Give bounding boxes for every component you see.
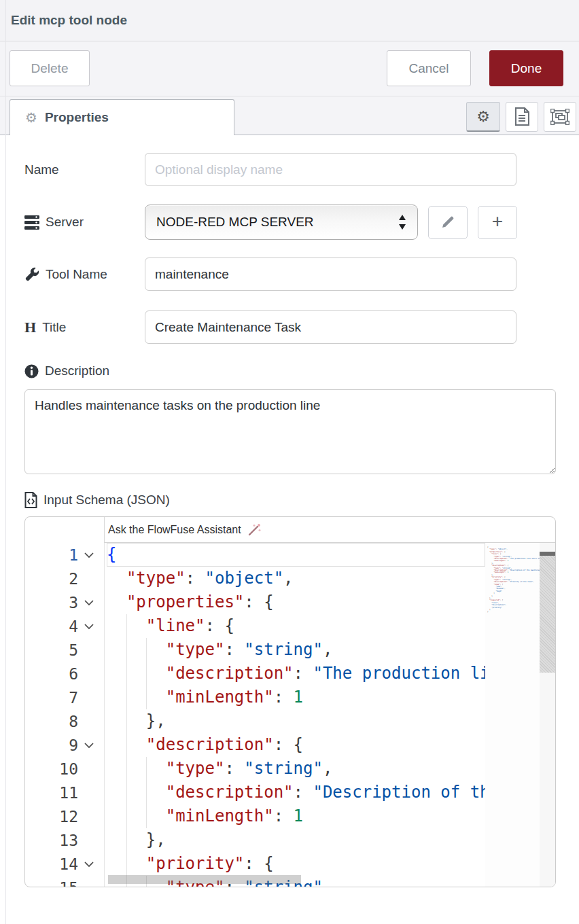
gutter-line: 1 bbox=[25, 543, 104, 567]
code-line[interactable]: "description": "The production line wher… bbox=[107, 662, 485, 686]
editor-vertical-scrollbar[interactable] bbox=[540, 543, 556, 887]
fold-toggle-icon[interactable] bbox=[84, 861, 94, 868]
server-select-value: NODE-RED MCP SERVER bbox=[156, 215, 398, 230]
server-row: Server NODE-RED MCP SERVER + bbox=[0, 205, 579, 240]
appearance-view-button[interactable] bbox=[544, 102, 576, 132]
tray-left-border bbox=[5, 0, 6, 924]
title-label-group: H Title bbox=[24, 319, 145, 336]
done-button[interactable]: Done bbox=[489, 50, 563, 86]
gutter-line: 4 bbox=[25, 614, 104, 638]
tool-name-row: Tool Name bbox=[0, 257, 579, 291]
gutter-border bbox=[104, 543, 105, 887]
tool-name-label-group: Tool Name bbox=[24, 267, 145, 282]
editor-tab-bar: ⚙ Properties ⚙ bbox=[0, 96, 579, 135]
properties-view-button[interactable]: ⚙ bbox=[466, 102, 500, 132]
gear-icon: ⚙ bbox=[25, 111, 37, 124]
code-line[interactable]: "type": "string", bbox=[107, 638, 485, 662]
gutter-line: 8 bbox=[25, 709, 104, 733]
description-label: Description bbox=[45, 363, 109, 378]
editor-minimap[interactable]: { "type": "object", "properties": { "lin… bbox=[485, 543, 540, 887]
document-icon bbox=[514, 107, 530, 126]
assistant-label: Ask the FlowFuse Assistant bbox=[108, 524, 241, 536]
cancel-button[interactable]: Cancel bbox=[387, 50, 471, 86]
code-line[interactable]: "properties": { bbox=[107, 590, 485, 614]
properties-form: Name Server NODE-RED MCP SERVER bbox=[0, 153, 579, 887]
gutter-line: 9 bbox=[25, 733, 104, 757]
gutter-line: 14 bbox=[25, 852, 104, 876]
input-schema-label-group: Input Schema (JSON) bbox=[0, 492, 579, 508]
code-line[interactable]: "line": { bbox=[107, 614, 485, 638]
assistant-button[interactable]: Ask the FlowFuse Assistant bbox=[104, 517, 555, 543]
editor-header-gutter bbox=[25, 517, 104, 543]
add-server-button[interactable]: + bbox=[478, 206, 517, 239]
code-line[interactable]: "minLength": 1 bbox=[107, 804, 485, 828]
fold-toggle-icon[interactable] bbox=[84, 599, 94, 606]
description-label-group: Description bbox=[0, 363, 579, 379]
gutter-line: 12 bbox=[25, 804, 104, 828]
fold-toggle-icon[interactable] bbox=[84, 552, 94, 558]
code-line[interactable]: "minLength": 1 bbox=[107, 686, 485, 709]
appearance-icon bbox=[550, 109, 569, 125]
title-label: Title bbox=[42, 320, 66, 335]
editor-header: Ask the FlowFuse Assistant bbox=[25, 517, 555, 543]
gutter-line: 2 bbox=[25, 567, 104, 590]
gutter-line: 11 bbox=[25, 781, 104, 804]
file-code-icon bbox=[24, 492, 37, 508]
tool-name-input[interactable] bbox=[145, 257, 516, 291]
edit-node-tray: Edit mcp tool node Delete Cancel Done ⚙ … bbox=[0, 0, 579, 924]
code-line[interactable]: "type": "string", bbox=[107, 757, 485, 781]
magic-wand-icon bbox=[247, 523, 262, 537]
editor-body[interactable]: 123456789101112131415 { "type": "object"… bbox=[25, 543, 555, 887]
pencil-icon bbox=[441, 215, 455, 229]
tab-properties-label: Properties bbox=[45, 110, 109, 125]
gutter-line: 15 bbox=[25, 876, 104, 887]
page-title: Edit mcp tool node bbox=[11, 13, 127, 28]
code-line[interactable]: }, bbox=[107, 709, 485, 733]
tab-properties[interactable]: ⚙ Properties bbox=[10, 99, 234, 135]
vertical-scroll-thumb[interactable] bbox=[540, 556, 556, 673]
server-select[interactable]: NODE-RED MCP SERVER bbox=[145, 205, 418, 240]
name-label-group: Name bbox=[24, 162, 145, 177]
select-arrows-icon bbox=[398, 215, 406, 230]
code-line[interactable]: { bbox=[107, 543, 485, 567]
code-line[interactable]: "description": { bbox=[107, 733, 485, 757]
info-icon bbox=[24, 364, 39, 378]
gutter-line: 3 bbox=[25, 590, 104, 614]
json-schema-editor[interactable]: Ask the FlowFuse Assistant 1234567891011… bbox=[24, 516, 556, 887]
title-input[interactable] bbox=[145, 310, 516, 344]
gutter-line: 13 bbox=[25, 828, 104, 852]
tool-name-label: Tool Name bbox=[46, 267, 107, 282]
name-input[interactable] bbox=[145, 153, 516, 186]
edit-server-button[interactable] bbox=[428, 206, 468, 239]
description-view-button[interactable] bbox=[506, 102, 538, 132]
server-label: Server bbox=[46, 215, 84, 230]
gutter-line: 10 bbox=[25, 757, 104, 781]
gutter-line: 6 bbox=[25, 662, 104, 686]
delete-button[interactable]: Delete bbox=[10, 50, 90, 86]
title-row: H Title bbox=[0, 310, 579, 344]
gutter-line: 5 bbox=[25, 638, 104, 662]
code-line[interactable]: "type": "object", bbox=[107, 567, 485, 590]
fold-toggle-icon[interactable] bbox=[84, 742, 94, 749]
code-line[interactable]: "priority": { bbox=[107, 852, 485, 876]
tray-toolbar: Delete Cancel Done bbox=[0, 41, 579, 96]
wrench-icon bbox=[24, 267, 39, 282]
code-line[interactable]: }, bbox=[107, 828, 485, 852]
name-label: Name bbox=[24, 162, 59, 177]
plus-icon: + bbox=[492, 212, 503, 231]
input-schema-label: Input Schema (JSON) bbox=[43, 493, 170, 508]
code-line[interactable]: "description": "Description of the maint… bbox=[107, 781, 485, 804]
gutter-line: 7 bbox=[25, 686, 104, 709]
description-textarea[interactable]: Handles maintenance tasks on the product… bbox=[24, 389, 556, 474]
gear-icon: ⚙ bbox=[476, 108, 490, 125]
server-icon bbox=[24, 215, 39, 230]
horizontal-scroll-thumb[interactable] bbox=[108, 875, 301, 884]
fold-toggle-icon[interactable] bbox=[84, 623, 94, 630]
tray-header: Edit mcp tool node bbox=[0, 0, 579, 41]
name-row: Name bbox=[0, 153, 579, 186]
server-label-group: Server bbox=[24, 215, 145, 230]
header-icon: H bbox=[24, 319, 36, 336]
